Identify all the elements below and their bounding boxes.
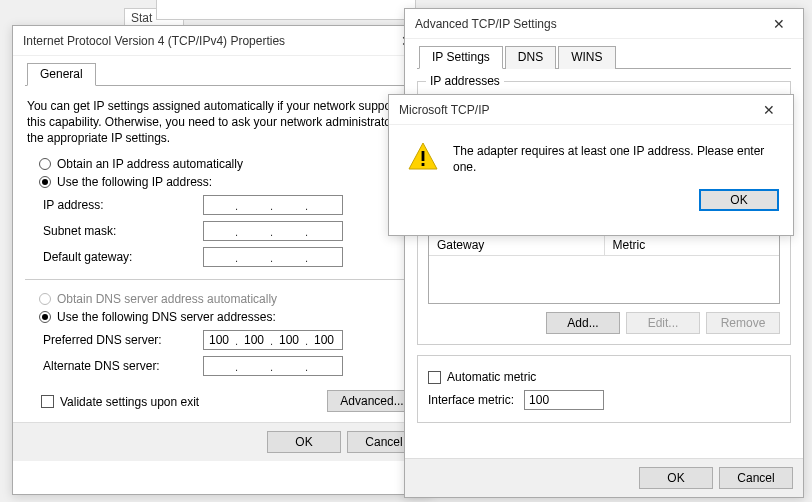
ip-octet[interactable]: [274, 222, 304, 240]
radio-label: Use the following IP address:: [57, 175, 212, 189]
ip-octet[interactable]: [204, 357, 234, 375]
ok-button[interactable]: OK: [267, 431, 341, 453]
interface-metric-field[interactable]: [524, 390, 604, 410]
ipv4-description: You can get IP settings assigned automat…: [27, 98, 417, 147]
ip-octet[interactable]: [239, 196, 269, 214]
automatic-metric-checkbox[interactable]: Automatic metric: [428, 370, 780, 384]
validate-settings-label: Validate settings upon exit: [60, 395, 199, 409]
ip-octet[interactable]: [309, 331, 339, 349]
radio-icon: [39, 293, 51, 305]
ip-octet[interactable]: [274, 248, 304, 266]
radio-icon: [39, 176, 51, 188]
validate-settings-checkbox[interactable]: Validate settings upon exit: [27, 395, 199, 409]
tab-wins[interactable]: WINS: [558, 46, 615, 69]
ip-octet[interactable]: [274, 357, 304, 375]
tab-ip-settings[interactable]: IP Settings: [419, 46, 503, 69]
alert-title: Microsoft TCP/IP: [399, 103, 489, 117]
warning-icon: [407, 141, 439, 173]
ip-octet[interactable]: [309, 196, 339, 214]
svg-rect-1: [422, 151, 425, 161]
radio-icon: [39, 311, 51, 323]
checkbox-icon: [41, 395, 54, 408]
radio-use-following-dns[interactable]: Use the following DNS server addresses:: [25, 310, 419, 324]
add-button[interactable]: Add...: [546, 312, 620, 334]
ip-octet[interactable]: [274, 331, 304, 349]
close-icon[interactable]: ✕: [749, 96, 789, 124]
radio-use-following-ip[interactable]: Use the following IP address:: [25, 175, 419, 189]
metric-group: Automatic metric Interface metric:: [417, 355, 791, 423]
alert-message: The adapter requires at least one IP add…: [453, 141, 775, 175]
preferred-dns-field[interactable]: . . .: [203, 330, 343, 350]
alert-titlebar: Microsoft TCP/IP ✕: [389, 95, 793, 125]
radio-icon: [39, 158, 51, 170]
cancel-button[interactable]: Cancel: [719, 467, 793, 489]
adv-title: Advanced TCP/IP Settings: [415, 17, 557, 31]
edit-button: Edit...: [626, 312, 700, 334]
ok-button[interactable]: OK: [699, 189, 779, 211]
preferred-dns-label: Preferred DNS server:: [43, 333, 203, 347]
ip-octet[interactable]: [204, 196, 234, 214]
automatic-metric-label: Automatic metric: [447, 370, 536, 384]
subnet-mask-label: Subnet mask:: [43, 224, 203, 238]
ip-addresses-legend: IP addresses: [426, 74, 504, 88]
svg-rect-2: [422, 163, 425, 166]
adv-titlebar: Advanced TCP/IP Settings ✕: [405, 9, 803, 39]
default-gateway-field[interactable]: . . .: [203, 247, 343, 267]
background-fragment-2: [156, 0, 416, 20]
checkbox-icon: [428, 371, 441, 384]
ip-octet[interactable]: [239, 331, 269, 349]
radio-label: Use the following DNS server addresses:: [57, 310, 276, 324]
radio-label: Obtain DNS server address automatically: [57, 292, 277, 306]
ok-button[interactable]: OK: [639, 467, 713, 489]
ip-address-field[interactable]: . . .: [203, 195, 343, 215]
subnet-mask-field[interactable]: . . .: [203, 221, 343, 241]
ip-octet[interactable]: [204, 222, 234, 240]
default-gateway-label: Default gateway:: [43, 250, 203, 264]
ip-octet[interactable]: [239, 248, 269, 266]
close-icon[interactable]: ✕: [759, 10, 799, 38]
column-metric[interactable]: Metric: [605, 235, 780, 256]
interface-metric-label: Interface metric:: [428, 393, 514, 407]
ipv4-properties-dialog: Internet Protocol Version 4 (TCP/IPv4) P…: [12, 25, 432, 495]
ip-octet[interactable]: [239, 222, 269, 240]
alternate-dns-label: Alternate DNS server:: [43, 359, 203, 373]
ip-address-label: IP address:: [43, 198, 203, 212]
ip-octet[interactable]: [309, 248, 339, 266]
radio-obtain-dns-auto: Obtain DNS server address automatically: [25, 292, 419, 306]
ip-octet[interactable]: [309, 357, 339, 375]
tab-general[interactable]: General: [27, 63, 96, 86]
remove-button: Remove: [706, 312, 780, 334]
gateway-listbox[interactable]: Gateway Metric: [428, 234, 780, 304]
ip-octet[interactable]: [274, 196, 304, 214]
alert-dialog: Microsoft TCP/IP ✕ The adapter requires …: [388, 94, 794, 236]
column-gateway[interactable]: Gateway: [429, 235, 605, 256]
ip-octet[interactable]: [239, 357, 269, 375]
radio-label: Obtain an IP address automatically: [57, 157, 243, 171]
ipv4-titlebar: Internet Protocol Version 4 (TCP/IPv4) P…: [13, 26, 431, 56]
ip-octet[interactable]: [204, 331, 234, 349]
radio-obtain-ip-auto[interactable]: Obtain an IP address automatically: [25, 157, 419, 171]
ip-octet[interactable]: [204, 248, 234, 266]
default-gateways-group: Default gateways: Gateway Metric Add... …: [417, 219, 791, 345]
ipv4-title: Internet Protocol Version 4 (TCP/IPv4) P…: [23, 34, 285, 48]
ip-octet[interactable]: [309, 222, 339, 240]
tab-dns[interactable]: DNS: [505, 46, 556, 69]
advanced-tcpip-dialog: Advanced TCP/IP Settings ✕ IP Settings D…: [404, 8, 804, 498]
alternate-dns-field[interactable]: . . .: [203, 356, 343, 376]
